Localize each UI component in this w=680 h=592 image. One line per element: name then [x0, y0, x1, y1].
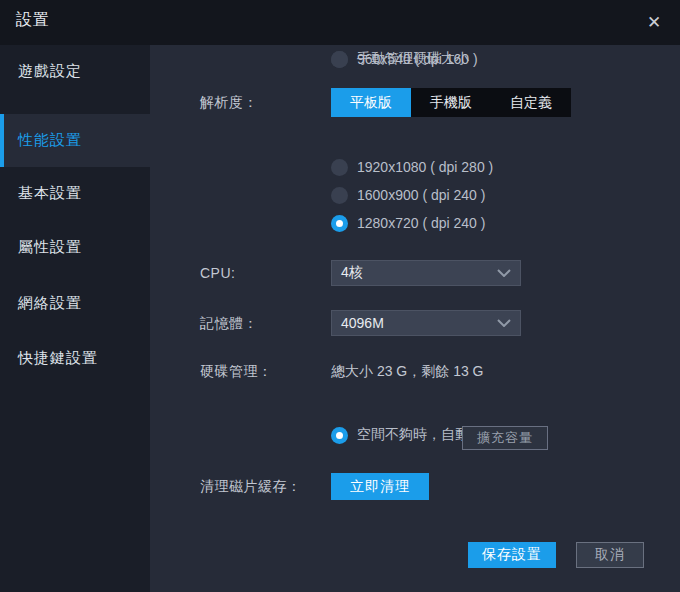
resolution-tab-label: 手機版 [430, 94, 472, 112]
close-icon: ✕ [647, 12, 661, 33]
resolution-radio-option[interactable]: 1280x720 ( dpi 240 ) [331, 209, 485, 237]
sidebar-item[interactable]: 性能設置 [0, 114, 150, 167]
sidebar-item-label: 快捷鍵設置 [18, 349, 98, 368]
resolution-option-label: 1280x720 ( dpi 240 ) [357, 215, 485, 231]
performance-settings-panel: 解析度： 平板版 手機版 自定義 1920x1080 ( d [150, 45, 680, 592]
resolution-tab[interactable]: 手機版 [411, 88, 491, 117]
memory-dropdown[interactable]: 4096M [331, 310, 521, 336]
clean-now-button[interactable]: 立即清理 [331, 473, 429, 500]
radio-icon [331, 159, 348, 176]
sidebar-item-label: 基本設置 [18, 184, 82, 203]
disk-option-label: 手動管理硬碟大小 [357, 50, 469, 68]
resolution-tab[interactable]: 自定義 [491, 88, 571, 117]
radio-icon [331, 187, 348, 204]
resolution-option-label: 1600x900 ( dpi 240 ) [357, 187, 485, 203]
radio-icon [331, 427, 348, 444]
cpu-dropdown[interactable]: 4核 [331, 260, 521, 286]
sidebar-item[interactable]: 遊戲設定 [0, 45, 150, 98]
settings-window: 設置 ✕ 性能設置 基本設置 屬性設置 網絡設置 [0, 0, 680, 592]
resolution-radio-option[interactable]: 1600x900 ( dpi 240 ) [331, 181, 485, 209]
window-title: 設置 [16, 10, 50, 31]
resolution-label: 解析度： [200, 88, 258, 117]
resolution-option-label: 1920x1080 ( dpi 280 ) [357, 159, 493, 175]
disk-label: 硬碟管理： [200, 361, 273, 381]
chevron-down-icon [497, 319, 511, 327]
settings-sidebar: 性能設置 基本設置 屬性設置 網絡設置 快捷鍵設置 [0, 45, 150, 592]
resolution-tab-label: 自定義 [510, 94, 552, 112]
save-settings-button[interactable]: 保存設置 [468, 542, 556, 568]
expand-capacity-button[interactable]: 擴充容量 [462, 426, 548, 450]
sidebar-item[interactable]: 屬性設置 [0, 221, 150, 274]
chevron-down-icon [497, 269, 511, 277]
resolution-tabs: 平板版 手機版 自定義 [331, 88, 571, 117]
radio-icon [331, 215, 348, 232]
disk-radio-option[interactable]: 手動管理硬碟大小 [331, 45, 469, 73]
sidebar-item[interactable]: 網絡設置 [0, 277, 150, 330]
clean-cache-label: 清理磁片緩存： [200, 473, 302, 500]
disk-summary: 總大小 23 G，剩餘 13 G [331, 361, 483, 381]
memory-dropdown-value: 4096M [341, 315, 384, 331]
cancel-button[interactable]: 取消 [576, 542, 644, 568]
memory-label: 記憶體： [200, 310, 258, 336]
sidebar-item[interactable]: 快捷鍵設置 [0, 332, 150, 385]
sidebar-item-label: 性能設置 [18, 131, 82, 150]
resolution-tab-label: 平板版 [350, 94, 392, 112]
sidebar-item-label: 遊戲設定 [18, 62, 82, 81]
sidebar-item-label: 網絡設置 [18, 294, 82, 313]
title-bar: 設置 ✕ [0, 0, 680, 45]
sidebar-item-label: 屬性設置 [18, 238, 82, 257]
radio-icon [331, 51, 348, 68]
cpu-label: CPU: [200, 260, 235, 286]
close-button[interactable]: ✕ [640, 8, 668, 36]
sidebar-item[interactable]: 基本設置 [0, 167, 150, 220]
resolution-tab[interactable]: 平板版 [331, 88, 411, 117]
resolution-radio-option[interactable]: 1920x1080 ( dpi 280 ) [331, 153, 493, 181]
cpu-dropdown-value: 4核 [341, 264, 363, 282]
